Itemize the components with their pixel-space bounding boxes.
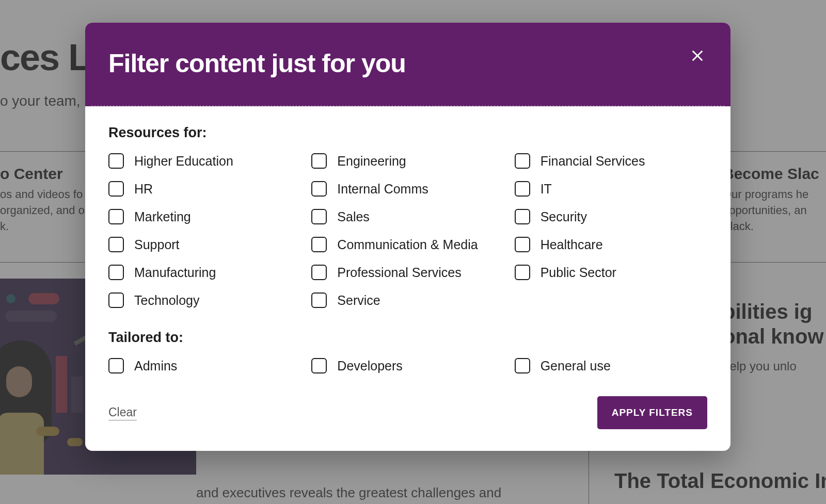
checkbox-service[interactable] (311, 292, 327, 308)
checkbox-item-public-sector[interactable]: Public Sector (515, 265, 707, 280)
header-dotted-border (90, 105, 725, 106)
tailored-section-title: Tailored to: (108, 330, 707, 346)
checkbox-engineering[interactable] (311, 153, 327, 169)
resources-checkbox-grid: Higher EducationEngineeringFinancial Ser… (108, 153, 707, 308)
checkbox-item-service[interactable]: Service (311, 292, 504, 308)
checkbox-label-professional-services: Professional Services (337, 265, 461, 280)
checkbox-label-admins: Admins (134, 359, 177, 373)
checkbox-internal-comms[interactable] (311, 181, 327, 197)
checkbox-label-security: Security (541, 209, 587, 224)
checkbox-item-technology[interactable]: Technology (108, 292, 301, 308)
checkbox-label-marketing: Marketing (134, 209, 191, 224)
checkbox-label-engineering: Engineering (337, 154, 406, 169)
checkbox-item-admins[interactable]: Admins (108, 358, 301, 373)
close-button[interactable] (687, 45, 708, 66)
checkbox-item-financial-services[interactable]: Financial Services (515, 153, 707, 169)
checkbox-healthcare[interactable] (515, 237, 530, 252)
checkbox-item-higher-education[interactable]: Higher Education (108, 153, 301, 169)
checkbox-communication-media[interactable] (311, 237, 327, 252)
checkbox-label-technology: Technology (134, 293, 199, 308)
checkbox-label-general-use: General use (541, 359, 611, 373)
close-icon (690, 48, 705, 63)
checkbox-label-communication-media: Communication & Media (337, 237, 478, 252)
checkbox-security[interactable] (515, 209, 530, 224)
checkbox-public-sector[interactable] (515, 265, 530, 280)
checkbox-label-healthcare: Healthcare (541, 237, 603, 252)
checkbox-label-internal-comms: Internal Comms (337, 182, 428, 197)
checkbox-item-sales[interactable]: Sales (311, 209, 504, 224)
modal-body: Resources for: Higher EducationEngineeri… (85, 106, 730, 451)
checkbox-item-professional-services[interactable]: Professional Services (311, 265, 504, 280)
checkbox-manufacturing[interactable] (108, 265, 124, 280)
checkbox-item-healthcare[interactable]: Healthcare (515, 237, 707, 252)
checkbox-item-support[interactable]: Support (108, 237, 301, 252)
checkbox-hr[interactable] (108, 181, 124, 197)
checkbox-item-communication-media[interactable]: Communication & Media (311, 237, 504, 252)
checkbox-item-engineering[interactable]: Engineering (311, 153, 504, 169)
checkbox-label-it: IT (541, 182, 552, 197)
checkbox-label-higher-education: Higher Education (134, 154, 233, 169)
checkbox-label-developers: Developers (337, 359, 402, 373)
checkbox-higher-education[interactable] (108, 153, 124, 169)
checkbox-item-hr[interactable]: HR (108, 181, 301, 197)
checkbox-admins[interactable] (108, 358, 124, 373)
checkbox-general-use[interactable] (515, 358, 530, 373)
checkbox-developers[interactable] (311, 358, 327, 373)
checkbox-label-service: Service (337, 293, 380, 308)
checkbox-item-it[interactable]: IT (515, 181, 707, 197)
checkbox-professional-services[interactable] (311, 265, 327, 280)
checkbox-sales[interactable] (311, 209, 327, 224)
tailored-checkbox-grid: AdminsDevelopersGeneral use (108, 358, 707, 373)
modal-header: Filter content just for you (85, 23, 730, 106)
checkbox-item-manufacturing[interactable]: Manufacturing (108, 265, 301, 280)
resources-section-title: Resources for: (108, 125, 707, 141)
checkbox-label-support: Support (134, 237, 180, 252)
checkbox-label-manufacturing: Manufacturing (134, 265, 216, 280)
checkbox-item-marketing[interactable]: Marketing (108, 209, 301, 224)
modal-title: Filter content just for you (108, 48, 707, 78)
checkbox-item-general-use[interactable]: General use (515, 358, 707, 373)
checkbox-item-internal-comms[interactable]: Internal Comms (311, 181, 504, 197)
checkbox-label-hr: HR (134, 182, 153, 197)
checkbox-label-sales: Sales (337, 209, 370, 224)
checkbox-it[interactable] (515, 181, 530, 197)
checkbox-marketing[interactable] (108, 209, 124, 224)
checkbox-item-developers[interactable]: Developers (311, 358, 504, 373)
checkbox-financial-services[interactable] (515, 153, 530, 169)
filter-modal: Filter content just for you Resources fo… (85, 23, 730, 451)
checkbox-support[interactable] (108, 237, 124, 252)
checkbox-technology[interactable] (108, 292, 124, 308)
checkbox-label-financial-services: Financial Services (541, 154, 645, 169)
apply-filters-button[interactable]: APPLY FILTERS (597, 396, 707, 429)
checkbox-item-security[interactable]: Security (515, 209, 707, 224)
checkbox-label-public-sector: Public Sector (541, 265, 616, 280)
modal-footer: Clear APPLY FILTERS (108, 396, 707, 429)
clear-button[interactable]: Clear (108, 405, 137, 420)
